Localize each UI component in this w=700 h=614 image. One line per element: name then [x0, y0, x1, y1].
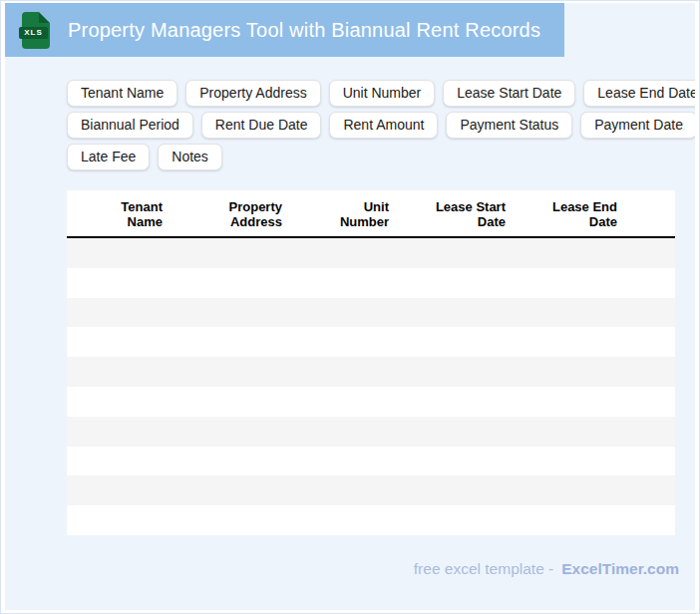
column-header-line: Number — [325, 214, 389, 229]
column-header-lease-start-date: Lease Start Date — [401, 199, 518, 229]
chip-lease-end-date[interactable]: Lease End Date — [583, 80, 695, 107]
column-header-line: Lease Start — [414, 199, 506, 214]
column-header-line: Address — [196, 214, 282, 229]
field-chip-list: Tenant Name Property Address Unit Number… — [67, 80, 695, 170]
column-header-line: Property — [196, 199, 282, 214]
column-header-spacer — [629, 199, 675, 229]
chip-tenant-name[interactable]: Tenant Name — [67, 80, 177, 107]
column-header-unit-number: Unit Number — [294, 199, 401, 229]
app-window: XLS Property Managers Tool with Biannual… — [0, 0, 700, 614]
chip-unit-number[interactable]: Unit Number — [329, 80, 436, 107]
footer-credit: free excel template -ExcelTimer.com — [5, 559, 695, 579]
column-header-property-address: Property Address — [175, 199, 294, 229]
chip-row: Late Fee Notes — [67, 144, 695, 170]
table-row — [67, 268, 675, 298]
chip-rent-amount[interactable]: Rent Amount — [329, 112, 438, 139]
chip-late-fee[interactable]: Late Fee — [67, 144, 150, 170]
column-header-line: Name — [91, 214, 163, 229]
table-row — [67, 357, 675, 387]
table-row — [67, 447, 675, 476]
page-title: Property Managers Tool with Biannual Ren… — [68, 19, 540, 42]
column-header-line: Unit — [325, 199, 389, 214]
table-row — [67, 505, 675, 535]
table-row — [67, 327, 675, 357]
chip-property-address[interactable]: Property Address — [185, 80, 320, 107]
table-row — [67, 475, 675, 505]
chip-payment-status[interactable]: Payment Status — [446, 112, 572, 139]
rent-records-table: Tenant Name Property Address Unit Number… — [67, 190, 675, 535]
column-header-line: Tenant — [91, 199, 163, 214]
page-background: XLS Property Managers Tool with Biannual… — [5, 3, 695, 610]
chip-lease-start-date[interactable]: Lease Start Date — [443, 80, 575, 107]
column-header-line: Date — [414, 214, 506, 229]
title-banner: XLS Property Managers Tool with Biannual… — [5, 3, 564, 57]
chip-row: Tenant Name Property Address Unit Number… — [67, 80, 695, 107]
chip-biannual-period[interactable]: Biannual Period — [67, 112, 193, 139]
column-header-lease-end-date: Lease End Date — [518, 199, 629, 229]
xls-file-icon: XLS — [22, 12, 50, 49]
table-header-row: Tenant Name Property Address Unit Number… — [67, 190, 675, 238]
table-row — [67, 298, 675, 328]
chip-notes[interactable]: Notes — [158, 144, 222, 170]
chip-row: Biannual Period Rent Due Date Rent Amoun… — [67, 112, 695, 139]
table-row — [67, 417, 675, 447]
chip-rent-due-date[interactable]: Rent Due Date — [201, 112, 322, 139]
footer-brand-link[interactable]: ExcelTimer.com — [561, 560, 679, 577]
chip-payment-date[interactable]: Payment Date — [580, 112, 695, 139]
column-header-tenant-name: Tenant Name — [67, 199, 175, 229]
table-body — [67, 238, 675, 535]
footer-credit-text: free excel template - — [414, 560, 553, 577]
column-header-line: Lease End — [543, 199, 617, 214]
column-header-line: Date — [543, 214, 617, 229]
table-row — [67, 238, 675, 268]
table-row — [67, 387, 675, 417]
xls-badge-label: XLS — [19, 27, 48, 39]
